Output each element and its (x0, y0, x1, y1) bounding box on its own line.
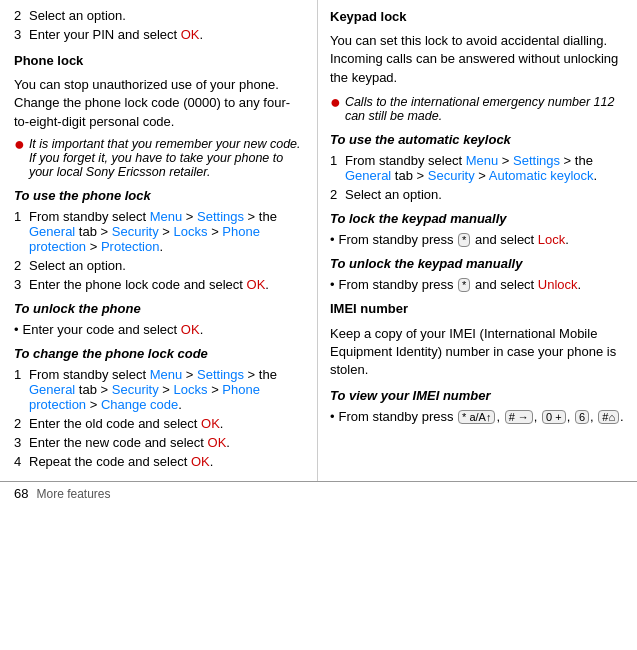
footer-text: More features (36, 487, 110, 501)
imei-header: IMEI number (330, 301, 408, 316)
emergency-note-text: Calls to the international emergency num… (345, 95, 625, 123)
ok-link-6[interactable]: OK (191, 454, 210, 469)
change-code-link[interactable]: Change code (101, 397, 178, 412)
general-link-2[interactable]: General (29, 382, 75, 397)
unlock-phone-section: To unlock the phone • Enter your code an… (14, 300, 305, 337)
use-step-3: 3 Enter the phone lock code and select O… (14, 277, 305, 292)
unlock-step-1: • Enter your code and select OK. (14, 322, 305, 337)
ok-link-3[interactable]: OK (181, 322, 200, 337)
intro-step-3: 3 Enter your PIN and select OK. (14, 27, 305, 42)
auto-keylock-link[interactable]: Automatic keylock (489, 168, 594, 183)
unlock-phone-title: To unlock the phone (14, 300, 305, 318)
hash2-key: #⌂ (598, 410, 619, 424)
auto-step-1: 1 From standby select Menu > Settings > … (330, 153, 625, 183)
left-column: 2 Select an option. 3 Enter your PIN and… (0, 0, 318, 481)
change-code-title: To change the phone lock code (14, 345, 305, 363)
auto-step-2: 2 Select an option. (330, 187, 625, 202)
important-note: ● It is important that you remember your… (14, 137, 305, 179)
change-step-3: 3 Enter the new code and select OK. (14, 435, 305, 450)
lock-link[interactable]: Lock (538, 232, 565, 247)
phone-lock-desc: You can stop unauthorized use of your ph… (14, 76, 305, 131)
lock-manually-step: • From standby press * and select Lock. (330, 232, 625, 247)
auto-keylock-section: To use the automatic keylock 1 From stan… (330, 131, 625, 202)
ok-link-5[interactable]: OK (208, 435, 227, 450)
hash-key: # → (505, 410, 533, 424)
use-step-1: 1 From standby select Menu > Settings > … (14, 209, 305, 254)
emergency-note: ● Calls to the international emergency n… (330, 95, 625, 123)
change-code-section: To change the phone lock code 1 From sta… (14, 345, 305, 469)
imei-section: IMEI number Keep a copy of your IMEI (In… (330, 300, 625, 379)
settings-link-3[interactable]: Settings (513, 153, 560, 168)
security-link-2[interactable]: Security (112, 382, 159, 397)
star-key-2: * (458, 278, 470, 292)
phone-lock-section: Phone lock You can stop unauthorized use… (14, 52, 305, 131)
use-step-2: 2 Select an option. (14, 258, 305, 273)
unlock-manually-section: To unlock the keypad manually • From sta… (330, 255, 625, 292)
settings-link[interactable]: Settings (197, 209, 244, 224)
emergency-bullet-icon: ● (330, 93, 341, 111)
locks-link-2[interactable]: Locks (174, 382, 208, 397)
lock-manually-section: To lock the keypad manually • From stand… (330, 210, 625, 247)
menu-link[interactable]: Menu (150, 209, 183, 224)
right-column: Keypad lock You can set this lock to avo… (318, 0, 637, 481)
intro-step-2: 2 Select an option. (14, 8, 305, 23)
security-link[interactable]: Security (112, 224, 159, 239)
note-bullet-icon: ● (14, 135, 25, 153)
view-imei-step: • From standby press * a/A↑, # →, 0 +, 6… (330, 409, 625, 424)
page-number: 68 (14, 486, 28, 501)
menu-link-2[interactable]: Menu (150, 367, 183, 382)
locks-link[interactable]: Locks (174, 224, 208, 239)
ok-link[interactable]: OK (181, 27, 200, 42)
change-step-4: 4 Repeat the code and select OK. (14, 454, 305, 469)
ok-link-2[interactable]: OK (247, 277, 266, 292)
six-key: 6 (575, 410, 589, 424)
change-step-1: 1 From standby select Menu > Settings > … (14, 367, 305, 412)
note-text: It is important that you remember your n… (29, 137, 305, 179)
unlock-manually-title: To unlock the keypad manually (330, 255, 625, 273)
keypad-lock-section: Keypad lock You can set this lock to avo… (330, 8, 625, 87)
use-phone-lock-section: To use the phone lock 1 From standby sel… (14, 187, 305, 292)
settings-link-2[interactable]: Settings (197, 367, 244, 382)
use-phone-lock-title: To use the phone lock (14, 187, 305, 205)
unlock-manually-step: • From standby press * and select Unlock… (330, 277, 625, 292)
keypad-lock-desc: You can set this lock to avoid accidenta… (330, 32, 625, 87)
lock-manually-title: To lock the keypad manually (330, 210, 625, 228)
page-footer: 68 More features (0, 481, 637, 505)
auto-keylock-title: To use the automatic keylock (330, 131, 625, 149)
ok-link-4[interactable]: OK (201, 416, 220, 431)
keypad-lock-header: Keypad lock (330, 9, 407, 24)
general-link[interactable]: General (29, 224, 75, 239)
imei-desc: Keep a copy of your IMEI (International … (330, 325, 625, 380)
view-imei-section: To view your IMEI number • From standby … (330, 387, 625, 424)
view-imei-title: To view your IMEI number (330, 387, 625, 405)
zero-key: 0 + (542, 410, 566, 424)
security-link-3[interactable]: Security (428, 168, 475, 183)
menu-link-3[interactable]: Menu (466, 153, 499, 168)
protection-link[interactable]: Protection (101, 239, 160, 254)
unlock-link[interactable]: Unlock (538, 277, 578, 292)
general-link-3[interactable]: General (345, 168, 391, 183)
change-step-2: 2 Enter the old code and select OK. (14, 416, 305, 431)
star-key: * (458, 233, 470, 247)
star-key-3: * a/A↑ (458, 410, 495, 424)
phone-lock-header: Phone lock (14, 53, 83, 68)
